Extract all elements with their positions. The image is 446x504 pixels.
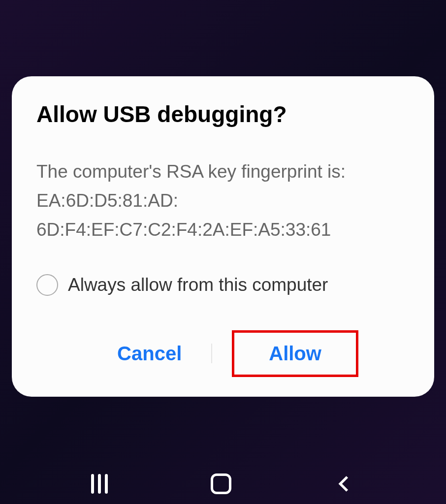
recents-button[interactable]	[91, 474, 108, 494]
checkbox-icon[interactable]	[36, 274, 58, 296]
always-allow-checkbox-row[interactable]: Always allow from this computer	[36, 274, 410, 296]
cancel-button[interactable]: Cancel	[88, 334, 211, 374]
dialog-button-row: Cancel Allow	[36, 330, 410, 377]
allow-button[interactable]: Allow	[269, 343, 321, 365]
message-line-2: EA:6D:D5:81:AD:	[36, 186, 410, 215]
message-line-1: The computer's RSA key fingerprint is:	[36, 157, 410, 186]
home-icon	[211, 473, 231, 494]
usb-debugging-dialog: Allow USB debugging? The computer's RSA …	[12, 76, 434, 397]
home-button[interactable]	[211, 473, 231, 494]
back-icon	[334, 473, 355, 494]
button-separator	[211, 344, 212, 363]
message-line-3: 6D:F4:EF:C7:C2:F4:2A:EF:A5:33:61	[36, 215, 410, 244]
allow-button-highlight: Allow	[232, 330, 358, 377]
navigation-bar	[0, 473, 446, 494]
back-button[interactable]	[334, 473, 355, 494]
dialog-message: The computer's RSA key fingerprint is: E…	[36, 157, 410, 245]
dialog-title: Allow USB debugging?	[36, 101, 410, 127]
checkbox-label: Always allow from this computer	[68, 275, 328, 295]
recents-icon	[91, 474, 108, 494]
